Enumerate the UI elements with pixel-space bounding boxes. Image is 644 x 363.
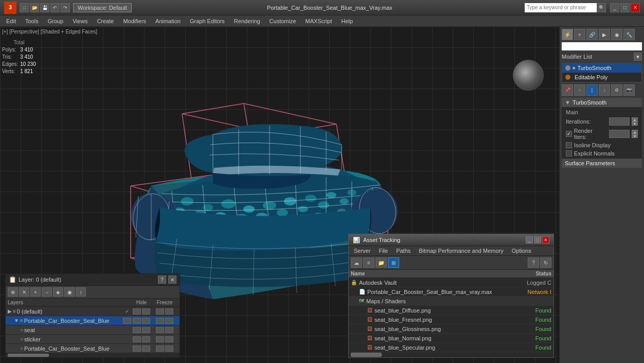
utility-icon[interactable]: 🔧 <box>623 29 635 40</box>
settings2-icon[interactable]: ⚙ <box>611 84 622 96</box>
at-row[interactable]: 🗺 Maps / Shaders <box>349 297 553 306</box>
freeze-indicator2-4[interactable] <box>165 345 173 352</box>
at-tb-btn-4[interactable]: ⊞ <box>388 257 399 268</box>
at-tb-btn-help[interactable]: ? <box>528 257 539 268</box>
layer-help-btn[interactable]: ? <box>158 275 166 284</box>
modify-icon[interactable]: ⚡ <box>562 29 573 40</box>
menu-customize[interactable]: Customize <box>265 17 300 25</box>
pin-icon[interactable]: 📌 <box>562 84 573 96</box>
object-name-input[interactable]: seat <box>562 42 642 50</box>
hide-indicator-3[interactable] <box>133 336 141 342</box>
menu-tools[interactable]: Tools <box>21 17 43 25</box>
freeze-indicator2-3[interactable] <box>165 336 173 342</box>
layer-select2-btn[interactable]: ◉ <box>64 287 75 297</box>
iterations-down[interactable]: ▼ <box>632 122 638 126</box>
layer-select3-btn[interactable]: ↕ <box>76 287 86 297</box>
render-iters-cb[interactable] <box>566 131 572 137</box>
iterations-input[interactable]: 0 <box>609 117 630 126</box>
layer-item[interactable]: ▼ ≡ Portable_Car_Booster_Seat_Blue <box>6 316 180 325</box>
menu-graph-editors[interactable]: Graph Editors <box>186 17 229 25</box>
at-row[interactable]: 🖼 seat_blue_Normal.png Found <box>349 334 553 343</box>
at-close-btn[interactable]: ✕ <box>542 236 549 244</box>
layer-expand-btn[interactable]: ⊕ <box>8 287 18 297</box>
layer-close-btn[interactable]: ✕ <box>168 275 176 284</box>
turbosmooth-header[interactable]: ▼ TurboSmooth <box>562 98 642 107</box>
freeze-indicator-2[interactable] <box>156 327 164 333</box>
at-row[interactable]: 🔒 Autodesk Vault Logged C <box>349 278 553 287</box>
iterations-up[interactable]: ▲ <box>632 117 638 122</box>
layer-scrollbar-thumb[interactable] <box>8 354 49 357</box>
move-down-icon[interactable]: ↓ <box>599 84 610 96</box>
at-row[interactable]: 🖼 seat_blue_Diffuse.png Found <box>349 306 553 315</box>
freeze-indicator-4[interactable] <box>156 345 164 352</box>
hide-indicator-4[interactable] <box>133 345 141 352</box>
asset-tracking-scrollbar[interactable] <box>349 352 553 357</box>
hide-indicator2-1[interactable] <box>142 318 150 324</box>
hide-indicator2-4[interactable] <box>142 345 150 352</box>
at-tb-btn-1[interactable]: ☁ <box>351 257 362 268</box>
render-iters-input[interactable]: 2 <box>609 130 630 138</box>
hide-indicator2-2[interactable] <box>142 327 150 333</box>
hide-indicator-1[interactable] <box>133 318 141 324</box>
motion-icon[interactable]: ▶ <box>599 29 610 40</box>
asset-tracking-scrollbar-thumb[interactable] <box>351 353 382 357</box>
move-up-icon[interactable]: ↑ <box>574 84 585 96</box>
create-icon[interactable]: + <box>574 29 585 40</box>
freeze-indicator-1[interactable] <box>156 318 164 324</box>
explicit-normals-cb[interactable] <box>566 150 572 157</box>
display-icon[interactable]: ◉ <box>611 29 622 40</box>
active-mod-icon[interactable]: | <box>586 84 598 96</box>
menu-modifiers[interactable]: Modifiers <box>119 17 150 25</box>
at-row[interactable]: 🖼 seat_blue_Glossiness.png Found <box>349 324 553 334</box>
new-btn[interactable]: □ <box>20 3 29 12</box>
menu-rendering[interactable]: Rendering <box>230 17 264 25</box>
at-menu-options[interactable]: Options <box>509 247 534 254</box>
menu-group[interactable]: Group <box>44 17 68 25</box>
help-search-input[interactable] <box>525 3 597 12</box>
layer-box-1[interactable] <box>123 318 131 324</box>
menu-maxscript[interactable]: MAXScript <box>301 17 336 25</box>
at-minimize-btn[interactable]: _ <box>526 236 533 244</box>
at-menu-bitmap[interactable]: Bitmap Performance and Memory <box>416 247 506 254</box>
at-tb-btn-3[interactable]: 📁 <box>375 257 387 268</box>
render-iters-up[interactable]: ▲ <box>632 130 638 134</box>
workspace-selector[interactable]: Workspace: Default <box>73 3 132 12</box>
hide-indicator-2[interactable] <box>133 327 141 333</box>
at-menu-file[interactable]: File <box>375 247 391 254</box>
freeze-indicator2-0[interactable] <box>165 308 173 315</box>
layer-item[interactable]: ○ seat <box>6 325 180 335</box>
render-icon[interactable]: 📷 <box>623 84 635 96</box>
modifier-list-dropdown[interactable]: ▼ <box>634 53 642 61</box>
open-btn[interactable]: 📂 <box>30 3 39 12</box>
menu-create[interactable]: Create <box>93 17 118 25</box>
menu-views[interactable]: Views <box>68 17 92 25</box>
redo-btn[interactable]: ↷ <box>61 3 70 12</box>
at-maximize-btn[interactable]: □ <box>534 236 541 244</box>
at-tb-btn-2[interactable]: ≡ <box>363 257 374 268</box>
at-row[interactable]: 🖼 seat_blue_Specular.png Found <box>349 343 553 352</box>
hide-indicator2-0[interactable] <box>142 308 150 315</box>
layer-scrollbar[interactable] <box>6 353 180 357</box>
menu-help[interactable]: Help <box>337 17 357 25</box>
layer-move-btn[interactable]: → <box>42 287 52 297</box>
freeze-indicator-0[interactable] <box>156 308 164 315</box>
modifier-editable-poly[interactable]: Editable Poly <box>562 73 641 82</box>
modifier-turbosmooth[interactable]: ■ TurboSmooth <box>562 63 641 73</box>
menu-edit[interactable]: Edit <box>2 17 20 25</box>
at-row[interactable]: 🖼 seat_blue_Fresnel.png Found <box>349 315 553 324</box>
layer-delete-btn[interactable]: ✕ <box>19 287 29 297</box>
search-icon[interactable]: 🔍 <box>597 3 606 12</box>
layer-add-btn[interactable]: + <box>30 287 41 297</box>
undo-btn[interactable]: ↶ <box>50 3 60 12</box>
freeze-indicator-3[interactable] <box>156 336 164 342</box>
menu-animation[interactable]: Animation <box>151 17 185 25</box>
surface-params-header[interactable]: Surface Parameters <box>562 159 642 168</box>
material-preview-sphere[interactable] <box>513 60 544 91</box>
hierarchy-icon[interactable]: 🔗 <box>586 29 598 40</box>
at-menu-paths[interactable]: Paths <box>393 247 414 254</box>
hide-indicator2-3[interactable] <box>142 336 150 342</box>
at-tb-btn-refresh[interactable]: ↻ <box>540 257 551 268</box>
hide-indicator-0[interactable] <box>133 308 141 315</box>
freeze-indicator2-2[interactable] <box>165 327 173 333</box>
layer-select1-btn[interactable]: ◈ <box>53 287 63 297</box>
